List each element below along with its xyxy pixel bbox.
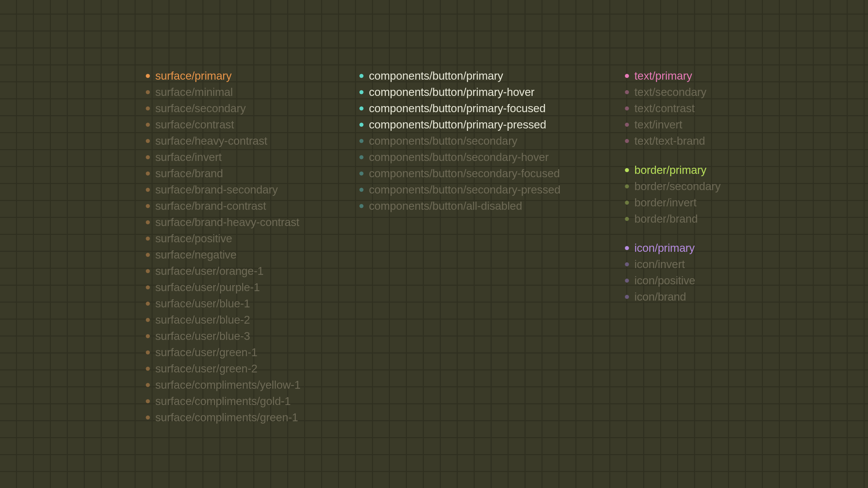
style-item[interactable]: surface/compliments/yellow-1 bbox=[146, 377, 300, 393]
style-item-label: surface/brand-contrast bbox=[155, 200, 266, 212]
style-item[interactable]: border/secondary bbox=[625, 178, 721, 195]
style-group: border/primaryborder/secondaryborder/inv… bbox=[625, 162, 721, 227]
color-swatch-icon bbox=[146, 220, 150, 224]
style-item[interactable]: components/button/primary bbox=[359, 68, 560, 84]
color-swatch-icon bbox=[146, 90, 150, 94]
style-item-label: surface/contrast bbox=[155, 118, 234, 131]
color-swatch-icon bbox=[146, 171, 150, 176]
style-item-label: surface/user/blue-2 bbox=[155, 313, 250, 326]
color-swatch-icon bbox=[146, 139, 150, 143]
style-item-label: surface/brand-secondary bbox=[155, 183, 278, 196]
color-swatch-icon bbox=[146, 269, 150, 273]
style-item[interactable]: border/primary bbox=[625, 162, 721, 178]
style-group: surface/primarysurface/minimalsurface/se… bbox=[146, 68, 300, 426]
style-item[interactable]: text/text-brand bbox=[625, 133, 721, 149]
color-swatch-icon bbox=[146, 155, 150, 159]
style-item[interactable]: surface/user/blue-2 bbox=[146, 312, 300, 328]
style-item[interactable]: surface/contrast bbox=[146, 117, 300, 133]
style-item[interactable]: components/button/primary-focused bbox=[359, 100, 560, 117]
style-item-label: text/invert bbox=[634, 118, 682, 131]
color-swatch-icon bbox=[146, 188, 150, 192]
color-swatch-icon bbox=[146, 106, 150, 110]
style-item-label: components/button/secondary-focused bbox=[369, 167, 560, 180]
style-item[interactable]: icon/invert bbox=[625, 256, 721, 272]
style-item-label: icon/invert bbox=[634, 258, 685, 271]
style-item[interactable]: surface/heavy-contrast bbox=[146, 133, 300, 149]
color-swatch-icon bbox=[625, 217, 629, 221]
color-swatch-icon bbox=[146, 302, 150, 306]
style-item[interactable]: surface/brand-heavy-contrast bbox=[146, 214, 300, 230]
style-item[interactable]: surface/invert bbox=[146, 149, 300, 165]
style-item-label: text/text-brand bbox=[634, 135, 705, 147]
style-item-label: surface/secondary bbox=[155, 102, 246, 115]
style-item-label: surface/brand bbox=[155, 167, 223, 180]
style-item[interactable]: surface/brand bbox=[146, 165, 300, 182]
style-item-label: text/contrast bbox=[634, 102, 695, 115]
color-swatch-icon bbox=[146, 237, 150, 241]
style-item[interactable]: components/button/secondary-pressed bbox=[359, 182, 560, 198]
color-swatch-icon bbox=[359, 188, 363, 192]
style-item[interactable]: text/primary bbox=[625, 68, 721, 84]
style-item[interactable]: border/invert bbox=[625, 195, 721, 211]
style-item[interactable]: border/brand bbox=[625, 211, 721, 227]
style-item[interactable]: surface/user/purple-1 bbox=[146, 279, 300, 296]
style-item[interactable]: components/button/all-disabled bbox=[359, 198, 560, 214]
style-item[interactable]: surface/brand-secondary bbox=[146, 182, 300, 198]
color-swatch-icon bbox=[625, 139, 629, 143]
style-item[interactable]: surface/user/orange-1 bbox=[146, 263, 300, 279]
color-swatch-icon bbox=[359, 139, 363, 143]
color-swatch-icon bbox=[146, 399, 150, 403]
style-column-surface: surface/primarysurface/minimalsurface/se… bbox=[146, 68, 300, 439]
style-item[interactable]: components/button/primary-hover bbox=[359, 84, 560, 100]
style-item[interactable]: components/button/secondary-focused bbox=[359, 165, 560, 182]
color-swatch-icon bbox=[359, 171, 363, 176]
style-item[interactable]: text/invert bbox=[625, 117, 721, 133]
style-item-label: icon/primary bbox=[634, 242, 695, 255]
style-item[interactable]: surface/user/blue-1 bbox=[146, 296, 300, 312]
style-item[interactable]: text/secondary bbox=[625, 84, 721, 100]
style-item[interactable]: components/button/secondary bbox=[359, 133, 560, 149]
style-item-label: components/button/secondary bbox=[369, 135, 517, 147]
style-item[interactable]: surface/compliments/green-1 bbox=[146, 409, 300, 426]
color-swatch-icon bbox=[146, 334, 150, 338]
style-item[interactable]: surface/primary bbox=[146, 68, 300, 84]
style-item[interactable]: surface/brand-contrast bbox=[146, 198, 300, 214]
style-item-label: surface/user/blue-3 bbox=[155, 330, 250, 343]
style-item-label: components/button/primary-pressed bbox=[369, 118, 546, 131]
color-swatch-icon bbox=[146, 383, 150, 387]
style-item[interactable]: surface/positive bbox=[146, 230, 300, 247]
color-swatch-icon bbox=[146, 204, 150, 208]
style-item-label: surface/negative bbox=[155, 248, 237, 261]
style-item[interactable]: surface/user/green-1 bbox=[146, 344, 300, 361]
style-item[interactable]: surface/user/green-2 bbox=[146, 361, 300, 377]
color-swatch-icon bbox=[146, 74, 150, 78]
style-item-label: components/button/primary-focused bbox=[369, 102, 546, 115]
style-item[interactable]: icon/primary bbox=[625, 240, 721, 256]
design-canvas[interactable]: surface/primarysurface/minimalsurface/se… bbox=[0, 0, 868, 488]
style-item[interactable]: surface/user/blue-3 bbox=[146, 328, 300, 344]
style-item[interactable]: text/contrast bbox=[625, 100, 721, 117]
color-swatch-icon bbox=[359, 106, 363, 110]
style-item-label: border/invert bbox=[634, 196, 696, 209]
style-item-label: icon/brand bbox=[634, 290, 686, 303]
style-item[interactable]: surface/minimal bbox=[146, 84, 300, 100]
style-item[interactable]: surface/secondary bbox=[146, 100, 300, 117]
style-item-label: border/secondary bbox=[634, 180, 721, 193]
color-swatch-icon bbox=[625, 123, 629, 127]
style-item[interactable]: components/button/secondary-hover bbox=[359, 149, 560, 165]
style-item[interactable]: icon/brand bbox=[625, 289, 721, 305]
style-item-label: components/button/secondary-hover bbox=[369, 151, 549, 164]
style-item[interactable]: icon/positive bbox=[625, 272, 721, 289]
color-swatch-icon bbox=[359, 123, 363, 127]
style-item[interactable]: surface/compliments/gold-1 bbox=[146, 393, 300, 409]
style-item[interactable]: surface/negative bbox=[146, 247, 300, 263]
color-swatch-icon bbox=[359, 74, 363, 78]
style-item-label: surface/user/blue-1 bbox=[155, 297, 250, 310]
style-item-label: surface/user/green-2 bbox=[155, 362, 257, 375]
style-group: icon/primaryicon/inverticon/positiveicon… bbox=[625, 240, 721, 305]
color-swatch-icon bbox=[146, 123, 150, 127]
style-item-label: components/button/primary bbox=[369, 69, 503, 82]
color-swatch-icon bbox=[146, 318, 150, 322]
style-item[interactable]: components/button/primary-pressed bbox=[359, 117, 560, 133]
color-swatch-icon bbox=[359, 204, 363, 208]
